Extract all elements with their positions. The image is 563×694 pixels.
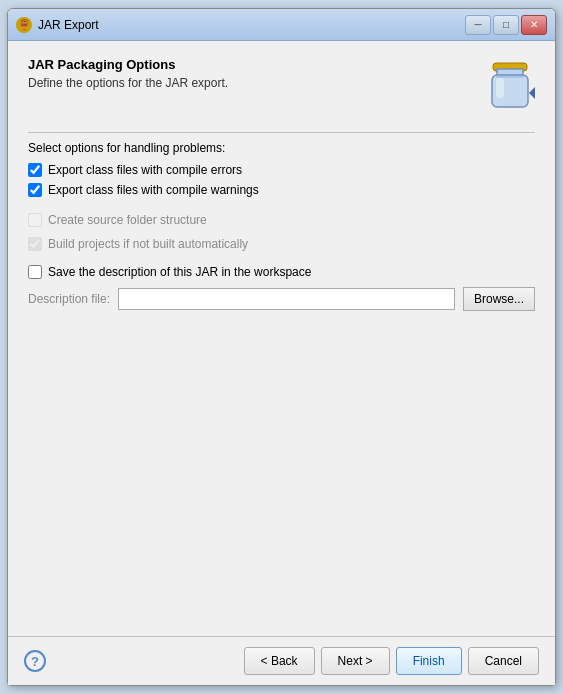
jar-icon bbox=[485, 57, 535, 112]
extra-options: Create source folder structure Build pro… bbox=[28, 213, 535, 311]
browse-button[interactable]: Browse... bbox=[463, 287, 535, 311]
maximize-button[interactable]: □ bbox=[493, 15, 519, 35]
footer-buttons: < Back Next > Finish Cancel bbox=[244, 647, 539, 675]
help-button[interactable]: ? bbox=[24, 650, 46, 672]
minimize-button[interactable]: ─ bbox=[465, 15, 491, 35]
window-title: JAR Export bbox=[38, 18, 99, 32]
build-projects-label: Build projects if not built automaticall… bbox=[48, 237, 248, 251]
export-compile-warnings-checkbox[interactable] bbox=[28, 183, 42, 197]
build-projects-checkbox bbox=[28, 237, 42, 251]
dialog-subtitle: Define the options for the JAR export. bbox=[28, 76, 228, 90]
description-file-input[interactable] bbox=[118, 288, 455, 310]
checkbox-row-save-description: Save the description of this JAR in the … bbox=[28, 265, 535, 279]
create-source-folder-label: Create source folder structure bbox=[48, 213, 207, 227]
svg-marker-4 bbox=[529, 87, 535, 99]
save-description-label[interactable]: Save the description of this JAR in the … bbox=[48, 265, 311, 279]
dialog-content: JAR Packaging Options Define the options… bbox=[8, 41, 555, 636]
footer-left: ? bbox=[24, 650, 46, 672]
finish-button[interactable]: Finish bbox=[396, 647, 462, 675]
main-area: Select options for handling problems: Ex… bbox=[28, 141, 535, 620]
jar-export-window: 🏺 JAR Export ─ □ ✕ JAR Packaging Options… bbox=[7, 8, 556, 686]
checkbox-row-compile-errors: Export class files with compile errors bbox=[28, 163, 535, 177]
jar-title-icon: 🏺 bbox=[16, 17, 32, 33]
next-button[interactable]: Next > bbox=[321, 647, 390, 675]
checkbox-row-source-folder: Create source folder structure bbox=[28, 213, 535, 227]
description-file-label: Description file: bbox=[28, 292, 110, 306]
cancel-button[interactable]: Cancel bbox=[468, 647, 539, 675]
save-description-spacer: Save the description of this JAR in the … bbox=[28, 265, 535, 279]
section-label: Select options for handling problems: bbox=[28, 141, 535, 155]
title-bar: 🏺 JAR Export ─ □ ✕ bbox=[8, 9, 555, 41]
svg-rect-3 bbox=[496, 78, 504, 98]
back-button[interactable]: < Back bbox=[244, 647, 315, 675]
build-projects-spacer: Build projects if not built automaticall… bbox=[28, 237, 535, 251]
dialog-title: JAR Packaging Options bbox=[28, 57, 228, 72]
header-section: JAR Packaging Options Define the options… bbox=[28, 57, 535, 112]
checkbox-row-compile-warnings: Export class files with compile warnings bbox=[28, 183, 535, 197]
create-source-folder-checkbox bbox=[28, 213, 42, 227]
export-compile-errors-label[interactable]: Export class files with compile errors bbox=[48, 163, 242, 177]
export-compile-errors-checkbox[interactable] bbox=[28, 163, 42, 177]
export-compile-warnings-label[interactable]: Export class files with compile warnings bbox=[48, 183, 259, 197]
checkbox-row-build-projects: Build projects if not built automaticall… bbox=[28, 237, 535, 251]
header-text: JAR Packaging Options Define the options… bbox=[28, 57, 228, 90]
title-bar-left: 🏺 JAR Export bbox=[16, 17, 99, 33]
close-button[interactable]: ✕ bbox=[521, 15, 547, 35]
dialog-footer: ? < Back Next > Finish Cancel bbox=[8, 636, 555, 685]
save-description-checkbox[interactable] bbox=[28, 265, 42, 279]
divider-1 bbox=[28, 132, 535, 133]
title-controls: ─ □ ✕ bbox=[465, 15, 547, 35]
description-file-row: Description file: Browse... bbox=[28, 287, 535, 311]
